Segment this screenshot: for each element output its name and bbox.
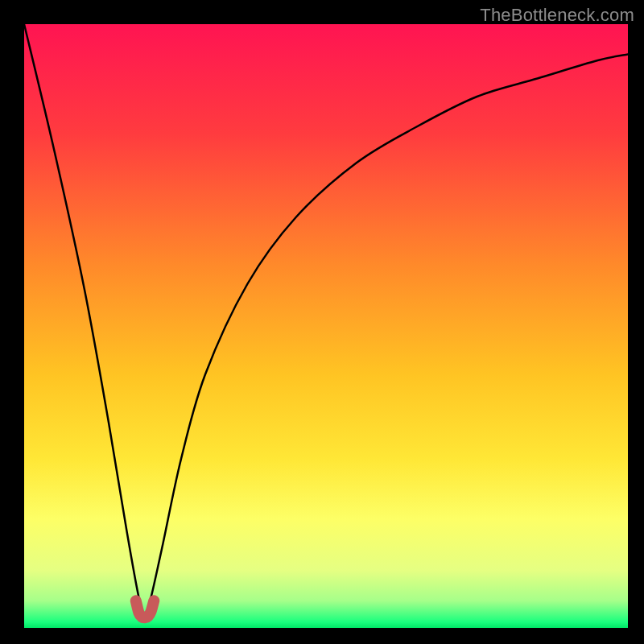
valley-highlight — [136, 601, 155, 617]
chart-svg — [24, 24, 628, 628]
outer-frame: TheBottleneck.com — [0, 0, 644, 644]
watermark-text: TheBottleneck.com — [480, 5, 634, 26]
bottleneck-curve — [24, 24, 628, 616]
plot-area — [24, 24, 628, 628]
